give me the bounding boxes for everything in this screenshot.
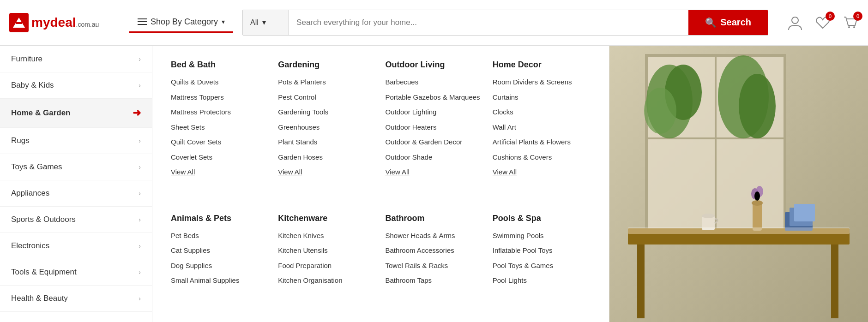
- search-container: All ▾ 🔍 Search: [242, 10, 768, 36]
- category-section-outdoor-living: Outdoor LivingBarbecuesPortable Gazebos …: [386, 60, 483, 200]
- select-chevron-icon: ▾: [262, 18, 266, 27]
- wishlist-button[interactable]: 0: [814, 14, 831, 31]
- category-link[interactable]: Coverlet Sets: [171, 152, 269, 163]
- sidebar-item-sports---outdoors[interactable]: Sports & Outdoors›: [0, 207, 152, 233]
- category-link[interactable]: Inflatable Pool Toys: [493, 245, 591, 256]
- category-link[interactable]: Outdoor Shade: [386, 152, 483, 163]
- header-icons: 0 0: [787, 14, 859, 31]
- sidebar-item-electronics[interactable]: Electronics›: [0, 233, 152, 259]
- svg-point-30: [702, 214, 715, 218]
- search-category-select[interactable]: All ▾: [243, 10, 289, 35]
- category-link[interactable]: View All: [493, 167, 591, 178]
- category-link[interactable]: Pool Lights: [493, 275, 591, 286]
- category-link[interactable]: Curtains: [493, 92, 591, 103]
- cart-button[interactable]: 0: [842, 14, 859, 31]
- sidebar-item-home---garden[interactable]: Home & Garden➜: [0, 99, 152, 128]
- category-link[interactable]: Swimming Pools: [493, 231, 591, 241]
- category-link[interactable]: Portable Gazebos & Marquees: [386, 92, 483, 103]
- category-link[interactable]: Sheet Sets: [171, 122, 269, 133]
- sidebar-item-label: Tools & Equipment: [11, 268, 77, 277]
- category-link[interactable]: Clocks: [493, 107, 591, 118]
- hamburger-icon: [138, 18, 147, 25]
- svg-rect-2: [16, 22, 22, 24]
- category-link[interactable]: Quilt Cover Sets: [171, 137, 269, 148]
- category-link[interactable]: Kitchen Organisation: [278, 275, 376, 286]
- dropdown-panel: Bed & BathQuilts & DuvetsMattress Topper…: [152, 46, 609, 322]
- svg-point-3: [792, 17, 798, 24]
- sidebar-item-label: Rugs: [11, 136, 30, 145]
- category-link[interactable]: View All: [278, 167, 376, 178]
- category-link[interactable]: Mattress Protectors: [171, 107, 269, 118]
- category-section-gardening: GardeningPots & PlantersPest ControlGard…: [278, 60, 376, 200]
- category-link[interactable]: Outdoor & Garden Decor: [386, 137, 483, 148]
- sidebar-chevron-icon: ›: [139, 216, 141, 223]
- sidebar-item-label: Furniture: [11, 54, 42, 64]
- category-link[interactable]: Kitchen Knives: [278, 231, 376, 241]
- category-link[interactable]: Small Animal Supplies: [171, 275, 269, 286]
- category-link[interactable]: Wall Art: [493, 122, 591, 133]
- category-link[interactable]: Cat Supplies: [171, 245, 269, 256]
- wishlist-badge: 0: [826, 12, 835, 21]
- category-link[interactable]: Pool Toys & Games: [493, 261, 591, 271]
- category-section-bathroom: BathroomShower Heads & ArmsBathroom Acce…: [386, 214, 483, 308]
- sidebar-item-health---beauty[interactable]: Health & Beauty›: [0, 286, 152, 312]
- category-title-bathroom: Bathroom: [386, 214, 483, 223]
- category-link[interactable]: Plant Stands: [278, 137, 376, 148]
- svg-rect-31: [628, 227, 850, 234]
- user-account-button[interactable]: [787, 14, 803, 31]
- category-link[interactable]: Garden Hoses: [278, 152, 376, 163]
- sidebar-chevron-icon: ›: [139, 163, 141, 171]
- category-link[interactable]: Gardening Tools: [278, 107, 376, 118]
- sidebar-item-toys---games[interactable]: Toys & Games›: [0, 154, 152, 180]
- sidebar: Furniture›Baby & Kids›Home & Garden➜Rugs…: [0, 46, 152, 322]
- category-link[interactable]: Pest Control: [278, 92, 376, 103]
- category-link[interactable]: Outdoor Heaters: [386, 122, 483, 133]
- sidebar-chevron-icon: ›: [139, 55, 141, 63]
- category-link[interactable]: Cushions & Covers: [493, 152, 591, 163]
- svg-point-16: [739, 74, 776, 138]
- category-link[interactable]: View All: [171, 167, 269, 178]
- sidebar-item-tools---equipment[interactable]: Tools & Equipment›: [0, 259, 152, 286]
- category-link[interactable]: Dog Supplies: [171, 261, 269, 271]
- category-link[interactable]: Towel Rails & Racks: [386, 261, 483, 271]
- svg-point-4: [848, 26, 850, 28]
- sidebar-item-rugs[interactable]: Rugs›: [0, 128, 152, 154]
- category-section-home-decor: Home DecorRoom Dividers & ScreensCurtain…: [493, 60, 591, 200]
- svg-point-14: [644, 88, 676, 134]
- search-button[interactable]: 🔍 Search: [688, 10, 768, 35]
- logo-area[interactable]: mydeal.com.au: [9, 13, 120, 32]
- category-link[interactable]: Quilts & Duvets: [171, 77, 269, 88]
- category-section-animals-pets: Animals & PetsPet BedsCat SuppliesDog Su…: [171, 214, 269, 308]
- sidebar-chevron-icon: ›: [139, 82, 141, 89]
- category-link[interactable]: Bathroom Accessories: [386, 245, 483, 256]
- category-link[interactable]: Food Preparation: [278, 261, 376, 271]
- category-link[interactable]: Pet Beds: [171, 231, 269, 241]
- category-link[interactable]: Shower Heads & Arms: [386, 231, 483, 241]
- sidebar-chevron-icon: ›: [139, 190, 141, 197]
- sidebar-item-baby---kids[interactable]: Baby & Kids›: [0, 72, 152, 99]
- svg-point-25: [754, 191, 760, 201]
- sidebar-item-label: Health & Beauty: [11, 294, 68, 303]
- category-link[interactable]: Mattress Toppers: [171, 92, 269, 103]
- sidebar-item-appliances[interactable]: Appliances›: [0, 180, 152, 207]
- sidebar-chevron-icon: ›: [139, 295, 141, 302]
- category-link[interactable]: View All: [386, 167, 483, 178]
- category-link[interactable]: Pots & Planters: [278, 77, 376, 88]
- category-link[interactable]: Outdoor Lighting: [386, 107, 483, 118]
- shop-by-category-button[interactable]: Shop By Category ▾: [129, 12, 233, 33]
- category-link[interactable]: Kitchen Utensils: [278, 245, 376, 256]
- category-title-bed-bath: Bed & Bath: [171, 60, 269, 70]
- category-link[interactable]: Room Dividers & Screens: [493, 77, 591, 88]
- category-link[interactable]: Barbecues: [386, 77, 483, 88]
- svg-rect-21: [753, 203, 762, 231]
- sidebar-item-label: Home & Garden: [11, 108, 70, 118]
- search-input[interactable]: [289, 10, 688, 35]
- category-title-kitchenware: Kitchenware: [278, 214, 376, 223]
- sidebar-chevron-icon: ›: [139, 268, 141, 276]
- hero-illustration: [609, 46, 868, 322]
- category-link[interactable]: Greenhouses: [278, 122, 376, 133]
- category-link[interactable]: Artificial Plants & Flowers: [493, 137, 591, 148]
- sidebar-active-arrow-icon: ➜: [133, 107, 141, 119]
- sidebar-item-furniture[interactable]: Furniture›: [0, 46, 152, 72]
- category-link[interactable]: Bathroom Taps: [386, 275, 483, 286]
